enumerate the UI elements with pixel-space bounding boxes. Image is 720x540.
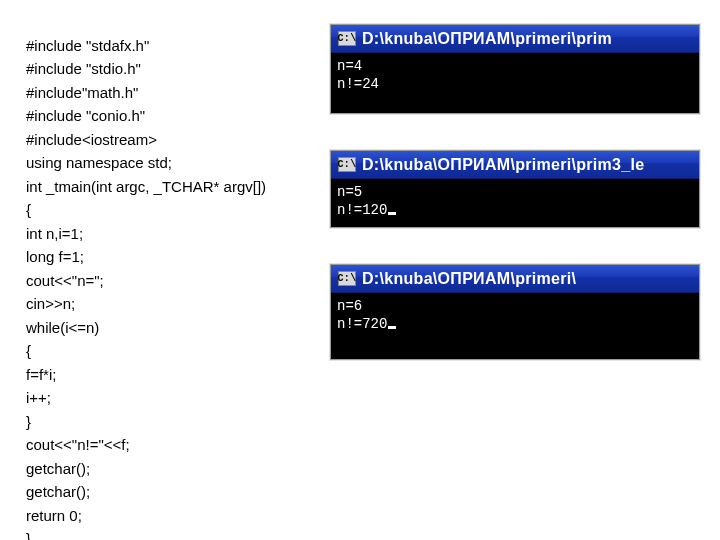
output-line: n=4 [337, 58, 362, 74]
output-line: n!=720 [337, 316, 387, 332]
code-line: } [26, 413, 31, 430]
console-titlebar: C:\ D:\knuba\ОПРИАМ\primeri\ [331, 265, 699, 293]
code-line: #include "stdio.h" [26, 60, 141, 77]
console-output: n=6 n!=720 [331, 293, 699, 359]
console-titlebar: C:\ D:\knuba\ОПРИАМ\primeri\prim [331, 25, 699, 53]
code-line: #include "stdafx.h" [26, 37, 149, 54]
code-line: getchar(); [26, 460, 90, 477]
code-line: f=f*i; [26, 366, 56, 383]
code-line: cout<<"n!="<<f; [26, 436, 130, 453]
console-window: C:\ D:\knuba\ОПРИАМ\primeri\prim n=4 n!=… [330, 24, 700, 114]
cmd-icon: C:\ [338, 157, 356, 172]
console-title: D:\knuba\ОПРИАМ\primeri\prim [362, 30, 612, 48]
code-line: #include"math.h" [26, 84, 138, 101]
console-title: D:\knuba\ОПРИАМ\primeri\prim3_le [362, 156, 644, 174]
code-line: using namespace std; [26, 154, 172, 171]
console-windows-group: C:\ D:\knuba\ОПРИАМ\primeri\prim n=4 n!=… [330, 24, 700, 360]
output-line: n!=120 [337, 202, 387, 218]
code-line: long f=1; [26, 248, 84, 265]
cmd-icon: C:\ [338, 271, 356, 286]
cmd-icon: C:\ [338, 31, 356, 46]
code-line: } [26, 530, 31, 540]
output-line: n!=24 [337, 76, 379, 92]
output-line: n=6 [337, 298, 362, 314]
code-line: return 0; [26, 507, 82, 524]
code-line: { [26, 342, 31, 359]
console-window: C:\ D:\knuba\ОПРИАМ\primeri\ n=6 n!=720 [330, 264, 700, 360]
code-line: while(i<=n) [26, 319, 99, 336]
code-line: getchar(); [26, 483, 90, 500]
console-output: n=4 n!=24 [331, 53, 699, 113]
code-line: int _tmain(int argc, _TCHAR* argv[]) [26, 178, 266, 195]
code-line: cin>>n; [26, 295, 75, 312]
code-line: { [26, 201, 31, 218]
code-line: #include "conio.h" [26, 107, 145, 124]
source-code-block: #include "stdafx.h" #include "stdio.h" #… [26, 10, 306, 540]
cursor-icon [388, 326, 396, 329]
console-output: n=5 n!=120 [331, 179, 699, 227]
code-line: int n,i=1; [26, 225, 83, 242]
console-title: D:\knuba\ОПРИАМ\primeri\ [362, 270, 576, 288]
code-line: cout<<"n="; [26, 272, 104, 289]
console-window: C:\ D:\knuba\ОПРИАМ\primeri\prim3_le n=5… [330, 150, 700, 228]
code-line: i++; [26, 389, 51, 406]
code-line: #include<iostream> [26, 131, 157, 148]
output-line: n=5 [337, 184, 362, 200]
cursor-icon [388, 212, 396, 215]
console-titlebar: C:\ D:\knuba\ОПРИАМ\primeri\prim3_le [331, 151, 699, 179]
